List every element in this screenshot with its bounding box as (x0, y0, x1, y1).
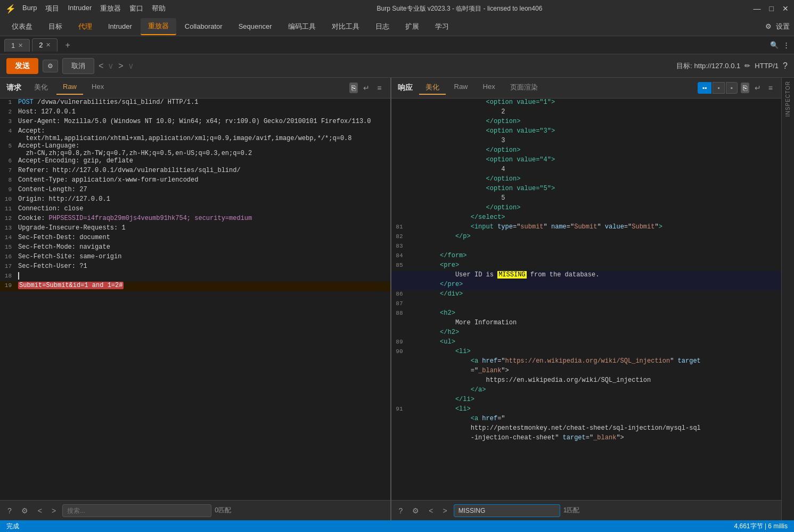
req-line-18: 18 (0, 272, 390, 282)
req-line-8: 8 Content-Type: application/x-www-form-u… (0, 176, 390, 186)
nav-compare[interactable]: 对比工具 (324, 19, 367, 35)
response-tab-render[interactable]: 页面渲染 (504, 81, 544, 95)
resp-prev-icon[interactable]: < (425, 505, 436, 516)
resp-settings-icon[interactable]: ⚙ (409, 505, 422, 516)
settings-gear-button[interactable]: ⚙ (43, 60, 58, 72)
nav-encoder[interactable]: 编码工具 (281, 19, 323, 35)
close-button[interactable]: ✕ (782, 4, 789, 13)
resp-line-moreinfo: More Information (391, 319, 782, 329)
view-split-btn[interactable]: ▪▪ (698, 82, 712, 94)
response-copy-icon[interactable]: ⎘ (741, 83, 749, 93)
help-icon[interactable]: ? (783, 61, 788, 71)
prev-down-icon[interactable]: ∨ (108, 61, 114, 71)
request-search-input[interactable] (62, 504, 211, 517)
search-icon[interactable]: 🔍 (770, 41, 779, 49)
resp-line-83: 83 (391, 242, 782, 252)
send-button[interactable]: 发送 (6, 58, 38, 74)
req-prev-icon[interactable]: < (35, 505, 45, 516)
response-menu-icon[interactable]: ≡ (766, 83, 775, 93)
minimize-button[interactable]: — (754, 4, 761, 13)
response-tab-beautify[interactable]: 美化 (419, 81, 446, 95)
menu-intruder[interactable]: Intruder (68, 4, 92, 13)
menu-repeater[interactable]: 重放器 (100, 4, 121, 13)
req-line-15: 15 Sec-Fetch-Mode: navigate (0, 243, 390, 253)
toolbar-right: 目标: http://127.0.0.1 ✏ HTTP/1 ? (676, 61, 788, 71)
req-line-4: 4 Accept: text/html,application/xhtml+xm… (0, 127, 390, 142)
nav-extensions[interactable]: 扩展 (398, 19, 427, 35)
req-line-13: 13 Upgrade-Insecure-Requests: 1 (0, 224, 390, 234)
more-icon[interactable]: ⋮ (783, 41, 790, 49)
req-help-icon[interactable]: ? (4, 505, 15, 516)
request-tabs: 美化 Raw Hex (28, 81, 343, 95)
resp-line-opt5-close: </option> (391, 204, 782, 214)
request-tab-raw[interactable]: Raw (56, 81, 83, 95)
response-match-count: 1匹配 (563, 506, 590, 515)
resp-next-icon[interactable]: > (439, 505, 450, 516)
req-line-19: 19 Submit=Submit&id=1 and 1=2# (0, 282, 390, 291)
prev-icon[interactable]: < (99, 61, 103, 71)
request-header: 请求 美化 Raw Hex ⎘ ↵ ≡ (0, 78, 390, 99)
response-code-area: <option value="1"> 2 </option> <option v… (391, 99, 782, 500)
response-tab-hex[interactable]: Hex (477, 81, 502, 95)
menu-project[interactable]: 项目 (45, 4, 59, 13)
resp-line-a1: <a href="https://en.wikipedia.org/wiki/S… (391, 357, 782, 367)
edit-target-icon[interactable]: ✏ (744, 62, 750, 70)
request-tab-beautify[interactable]: 美化 (28, 81, 54, 95)
maximize-button[interactable]: □ (770, 4, 774, 13)
sub-tab-2[interactable]: 2 ✕ (32, 38, 58, 52)
request-tab-hex[interactable]: Hex (85, 81, 110, 95)
menu-window[interactable]: 窗口 (129, 4, 143, 13)
nav-learn[interactable]: 学习 (428, 19, 456, 35)
resp-line-select-close: </select> (391, 214, 782, 223)
resp-line-h2-close: </h2> (391, 329, 782, 338)
settings-icon[interactable]: ⚙ (765, 22, 772, 30)
nav-target[interactable]: 目标 (41, 19, 70, 35)
nav-log[interactable]: 日志 (368, 19, 397, 35)
view-full-btn[interactable]: ▪ (713, 82, 724, 94)
request-code-area: 1 POST /dvwa/vulnerabilities/sqli_blind/… (0, 99, 390, 500)
resp-line-val4: 4 (391, 166, 782, 175)
req-line-7: 7 Referer: http://127.0.0.1/dvwa/vulnera… (0, 167, 390, 176)
resp-line-val3: 3 (391, 137, 782, 146)
request-pane-icons: ⎘ ↵ ≡ (349, 83, 383, 93)
nav-repeater[interactable]: 重放器 (141, 18, 176, 35)
add-tab-button[interactable]: + (60, 38, 75, 52)
req-line-10: 10 Origin: http://127.0.0.1 (0, 195, 390, 205)
req-next-icon[interactable]: > (48, 505, 59, 516)
req-line-16: 16 Sec-Fetch-Site: same-origin (0, 253, 390, 263)
req-line-12: 12 Cookie: PHPSESSID=i4fraqb29m0js4veumb… (0, 215, 390, 224)
sub-tab-2-close[interactable]: ✕ (46, 42, 51, 48)
resp-line-val2: 2 (391, 108, 782, 118)
resp-line-84: 84 </form> (391, 252, 782, 261)
req-settings-icon[interactable]: ⚙ (18, 505, 31, 516)
req-line-11: 11 Connection: close (0, 205, 390, 215)
request-copy-icon[interactable]: ⎘ (349, 83, 358, 93)
nav-collaborator[interactable]: Collaborator (177, 19, 230, 34)
sub-tab-2-label: 2 (39, 41, 43, 49)
nav-intruder[interactable]: Intruder (101, 19, 140, 34)
request-menu-icon[interactable]: ≡ (375, 83, 383, 93)
nav-dashboard[interactable]: 仪表盘 (4, 19, 40, 35)
resp-line-91: 91 <li> (391, 405, 782, 415)
response-tab-raw[interactable]: Raw (448, 81, 474, 95)
menu-help[interactable]: 帮助 (152, 4, 166, 13)
sub-tab-1-close[interactable]: ✕ (18, 42, 23, 49)
menu-burp[interactable]: Burp (22, 4, 37, 13)
next-down-icon[interactable]: ∨ (128, 61, 134, 71)
cancel-button[interactable]: 取消 (62, 58, 94, 74)
view-single-btn[interactable]: ▪ (726, 82, 738, 94)
target-label: 目标: http://127.0.0.1 (676, 61, 740, 71)
settings-label[interactable]: 设置 (776, 22, 790, 31)
response-search-input[interactable] (454, 504, 560, 517)
resp-help-icon[interactable]: ? (396, 505, 406, 516)
next-icon[interactable]: > (118, 61, 123, 71)
response-wrap-icon[interactable]: ↵ (752, 83, 763, 93)
sub-tab-1[interactable]: 1 ✕ (4, 39, 30, 52)
status-text: 完成 (6, 522, 19, 531)
nav-sequencer[interactable]: Sequencer (231, 19, 280, 34)
nav-proxy[interactable]: 代理 (71, 19, 100, 35)
request-wrap-icon[interactable]: ↵ (361, 83, 372, 93)
inspector-label[interactable]: INSPECTOR (783, 78, 793, 120)
resp-line-missing: User ID is MISSING from the database. (391, 271, 782, 281)
req-line-2: 2 Host: 127.0.0.1 (0, 108, 390, 118)
